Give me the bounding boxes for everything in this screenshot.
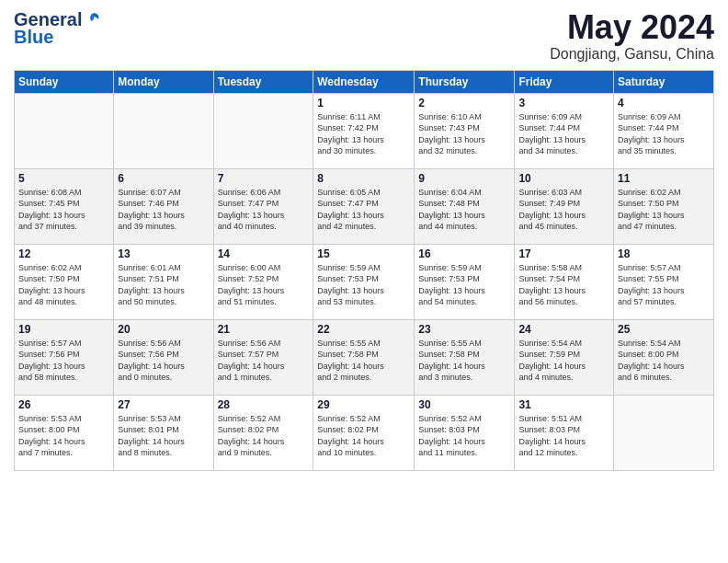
month-title: May 2024 [550,9,714,46]
day-number: 31 [518,398,609,411]
day-info: Sunrise: 6:10 AM Sunset: 7:43 PM Dayligh… [418,111,510,157]
day-number: 13 [118,247,209,260]
day-info: Sunrise: 6:02 AM Sunset: 7:50 PM Dayligh… [18,262,109,308]
table-row: 17Sunrise: 5:58 AM Sunset: 7:54 PM Dayli… [515,244,614,319]
day-number: 2 [418,97,510,109]
title-block: May 2024 Dongjiang, Gansu, China [550,9,714,63]
table-row: 12Sunrise: 6:02 AM Sunset: 7:50 PM Dayli… [15,244,114,319]
day-number: 26 [18,398,109,411]
table-row: 14Sunrise: 6:00 AM Sunset: 7:52 PM Dayli… [213,244,313,319]
day-info: Sunrise: 6:04 AM Sunset: 7:48 PM Dayligh… [418,187,510,233]
day-info: Sunrise: 5:51 AM Sunset: 8:03 PM Dayligh… [518,413,609,459]
table-row: 6Sunrise: 6:07 AM Sunset: 7:46 PM Daylig… [114,168,213,244]
day-info: Sunrise: 6:00 AM Sunset: 7:52 PM Dayligh… [218,262,310,308]
table-row [15,93,114,168]
table-row: 30Sunrise: 5:52 AM Sunset: 8:03 PM Dayli… [415,395,515,470]
logo: General Blue [14,9,102,48]
table-row: 7Sunrise: 6:06 AM Sunset: 7:47 PM Daylig… [213,168,313,244]
table-row: 25Sunrise: 5:54 AM Sunset: 8:00 PM Dayli… [614,319,714,395]
day-number: 24 [518,323,609,336]
table-row: 31Sunrise: 5:51 AM Sunset: 8:03 PM Dayli… [515,395,614,470]
calendar-week-row: 12Sunrise: 6:02 AM Sunset: 7:50 PM Dayli… [15,244,714,319]
day-number: 11 [618,172,710,185]
table-row: 10Sunrise: 6:03 AM Sunset: 7:49 PM Dayli… [515,168,614,244]
day-info: Sunrise: 5:57 AM Sunset: 7:56 PM Dayligh… [18,338,109,384]
table-row: 28Sunrise: 5:52 AM Sunset: 8:02 PM Dayli… [213,395,313,470]
day-info: Sunrise: 5:52 AM Sunset: 8:03 PM Dayligh… [418,413,510,459]
header: General Blue May 2024 Dongjiang, Gansu, … [14,9,714,63]
day-info: Sunrise: 6:05 AM Sunset: 7:47 PM Dayligh… [317,187,410,233]
day-number: 30 [418,398,510,411]
calendar-week-row: 5Sunrise: 6:08 AM Sunset: 7:45 PM Daylig… [15,168,714,244]
calendar-week-row: 26Sunrise: 5:53 AM Sunset: 8:00 PM Dayli… [15,395,714,470]
table-row [213,93,313,168]
header-monday: Monday [114,70,213,93]
day-info: Sunrise: 6:09 AM Sunset: 7:44 PM Dayligh… [618,111,710,157]
day-info: Sunrise: 5:54 AM Sunset: 7:59 PM Dayligh… [518,338,609,384]
day-number: 8 [317,172,410,185]
weekday-header-row: Sunday Monday Tuesday Wednesday Thursday… [15,70,714,93]
table-row: 18Sunrise: 5:57 AM Sunset: 7:55 PM Dayli… [614,244,714,319]
table-row: 4Sunrise: 6:09 AM Sunset: 7:44 PM Daylig… [614,93,714,168]
table-row: 8Sunrise: 6:05 AM Sunset: 7:47 PM Daylig… [313,168,415,244]
header-saturday: Saturday [614,70,714,93]
day-number: 15 [317,247,410,260]
day-number: 10 [518,172,609,185]
day-info: Sunrise: 6:01 AM Sunset: 7:51 PM Dayligh… [118,262,209,308]
table-row: 5Sunrise: 6:08 AM Sunset: 7:45 PM Daylig… [15,168,114,244]
day-number: 1 [317,97,410,109]
header-sunday: Sunday [15,70,114,93]
day-number: 3 [518,97,609,109]
table-row: 15Sunrise: 5:59 AM Sunset: 7:53 PM Dayli… [313,244,415,319]
table-row: 3Sunrise: 6:09 AM Sunset: 7:44 PM Daylig… [515,93,614,168]
day-number: 9 [418,172,510,185]
day-number: 14 [218,247,310,260]
header-tuesday: Tuesday [213,70,313,93]
table-row: 23Sunrise: 5:55 AM Sunset: 7:58 PM Dayli… [415,319,515,395]
logo-bird-icon [82,10,102,30]
day-info: Sunrise: 6:03 AM Sunset: 7:49 PM Dayligh… [518,187,609,233]
day-info: Sunrise: 6:08 AM Sunset: 7:45 PM Dayligh… [18,187,109,233]
table-row: 20Sunrise: 5:56 AM Sunset: 7:56 PM Dayli… [114,319,213,395]
header-friday: Friday [515,70,614,93]
table-row: 29Sunrise: 5:52 AM Sunset: 8:02 PM Dayli… [313,395,415,470]
table-row: 21Sunrise: 5:56 AM Sunset: 7:57 PM Dayli… [213,319,313,395]
table-row: 11Sunrise: 6:02 AM Sunset: 7:50 PM Dayli… [614,168,714,244]
table-row: 2Sunrise: 6:10 AM Sunset: 7:43 PM Daylig… [415,93,515,168]
day-info: Sunrise: 6:09 AM Sunset: 7:44 PM Dayligh… [518,111,609,157]
day-info: Sunrise: 5:56 AM Sunset: 7:56 PM Dayligh… [118,338,209,384]
day-info: Sunrise: 5:59 AM Sunset: 7:53 PM Dayligh… [317,262,410,308]
day-number: 16 [418,247,510,260]
day-info: Sunrise: 5:55 AM Sunset: 7:58 PM Dayligh… [418,338,510,384]
day-info: Sunrise: 5:56 AM Sunset: 7:57 PM Dayligh… [218,338,310,384]
day-info: Sunrise: 6:07 AM Sunset: 7:46 PM Dayligh… [118,187,209,233]
table-row: 9Sunrise: 6:04 AM Sunset: 7:48 PM Daylig… [415,168,515,244]
day-info: Sunrise: 5:55 AM Sunset: 7:58 PM Dayligh… [317,338,410,384]
table-row: 22Sunrise: 5:55 AM Sunset: 7:58 PM Dayli… [313,319,415,395]
day-number: 22 [317,323,410,336]
day-number: 5 [18,172,109,185]
day-number: 17 [518,247,609,260]
location: Dongjiang, Gansu, China [550,46,714,63]
table-row: 19Sunrise: 5:57 AM Sunset: 7:56 PM Dayli… [15,319,114,395]
day-info: Sunrise: 5:59 AM Sunset: 7:53 PM Dayligh… [418,262,510,308]
table-row: 27Sunrise: 5:53 AM Sunset: 8:01 PM Dayli… [114,395,213,470]
table-row: 24Sunrise: 5:54 AM Sunset: 7:59 PM Dayli… [515,319,614,395]
day-number: 25 [618,323,710,336]
table-row: 26Sunrise: 5:53 AM Sunset: 8:00 PM Dayli… [15,395,114,470]
calendar-week-row: 19Sunrise: 5:57 AM Sunset: 7:56 PM Dayli… [15,319,714,395]
day-number: 21 [218,323,310,336]
day-info: Sunrise: 5:53 AM Sunset: 8:00 PM Dayligh… [18,413,109,459]
day-info: Sunrise: 6:11 AM Sunset: 7:42 PM Dayligh… [317,111,410,157]
day-info: Sunrise: 5:53 AM Sunset: 8:01 PM Dayligh… [118,413,209,459]
day-number: 4 [618,97,710,109]
day-number: 12 [18,247,109,260]
day-number: 6 [118,172,209,185]
table-row [614,395,714,470]
day-number: 23 [418,323,510,336]
page: General Blue May 2024 Dongjiang, Gansu, … [0,0,728,563]
header-wednesday: Wednesday [313,70,415,93]
day-info: Sunrise: 5:58 AM Sunset: 7:54 PM Dayligh… [518,262,609,308]
day-info: Sunrise: 6:06 AM Sunset: 7:47 PM Dayligh… [218,187,310,233]
day-info: Sunrise: 5:52 AM Sunset: 8:02 PM Dayligh… [317,413,410,459]
